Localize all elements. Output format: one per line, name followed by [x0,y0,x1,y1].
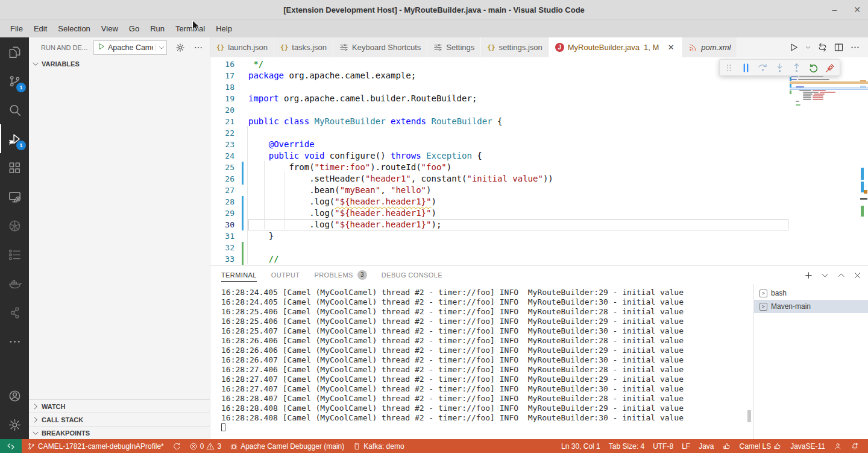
launch-configuration-value[interactable]: Apache Came [108,43,153,52]
activity-remote-explorer[interactable] [0,182,29,211]
breakpoint-margin[interactable] [210,242,215,253]
status-sync-changes[interactable] [168,439,185,453]
gripper-button[interactable] [723,62,735,74]
code-line-21[interactable]: 21public class MyRouteBuilder extends Ro… [210,116,788,127]
section-breakpoints[interactable]: BREAKPOINTS [29,426,210,439]
panel-tab-terminal[interactable]: TERMINAL [221,266,257,284]
status-camel-ls-status[interactable]: Camel LS [735,439,787,453]
menu-edit[interactable]: Edit [28,20,52,37]
breakpoint-margin[interactable] [210,162,215,173]
status-java-runtime[interactable]: JavaSE-11 [786,439,829,453]
code-line-20[interactable]: 20 [210,104,788,116]
disconnect-button[interactable] [825,62,836,74]
breakpoint-margin[interactable] [210,104,215,116]
tab-settings[interactable]: Settings [427,37,481,57]
activity-test-explorer[interactable] [0,240,29,269]
breakpoint-margin[interactable] [210,93,215,104]
code-line-23[interactable]: 23 @Override [210,139,788,150]
breakpoint-margin[interactable] [210,196,215,207]
code-line-17[interactable]: 17package org.apache.camel.example; [210,70,788,81]
breakpoint-margin[interactable] [210,185,215,196]
status-cursor-position[interactable]: Ln 30, Col 1 [557,439,605,453]
breakpoint-margin[interactable] [210,139,215,150]
breakpoint-margin[interactable] [210,127,215,139]
code-line-28[interactable]: 28 .log("${header.header1}") [210,196,788,207]
panel-tab-output[interactable]: OUTPUT [271,266,300,284]
code-line-26[interactable]: 26 .setHeader("header1", constant("initi… [210,173,788,185]
status-camel-debugger[interactable]: Apache Camel Debugger (main) [225,439,348,453]
code-line-29[interactable]: 29 .log("${header.header1}") [210,207,788,219]
tab-tasks-json[interactable]: {}tasks.json [274,37,333,57]
activity-search[interactable] [0,95,29,124]
tab-launch-json[interactable]: {}launch.json [210,37,274,57]
more-actions-icon[interactable] [193,43,203,52]
breakpoint-margin[interactable] [210,59,215,70]
code-line-33[interactable]: 33 // [210,253,788,265]
step-out-button[interactable] [791,62,802,74]
breakpoint-margin[interactable] [210,81,215,93]
status-java-status[interactable] [719,439,735,453]
menu-file[interactable]: File [5,20,28,37]
section-variables[interactable]: VARIABLES [29,57,210,71]
activity-kafka[interactable] [0,298,29,327]
panel-tab-debug-console[interactable]: DEBUG CONSOLE [382,266,442,284]
code-line-25[interactable]: 25 from("timer:foo").routeId("foo") [210,162,788,173]
activity-additional-views[interactable] [0,327,29,356]
code-line-32[interactable]: 32 [210,242,788,253]
code-line-18[interactable]: 18 [210,81,788,93]
code-line-19[interactable]: 19import org.apache.camel.builder.RouteB… [210,93,788,104]
terminal-output[interactable]: 16:28:24.405 [Camel (MyCoolCamel) thread… [210,284,753,439]
menu-run[interactable]: Run [145,20,170,37]
breakpoint-margin[interactable] [210,253,215,265]
status-eol[interactable]: LF [678,439,694,453]
code-line-30[interactable]: 30 .log("${header.header1}"); [210,219,788,230]
close-panel-button[interactable] [853,271,862,280]
close-button[interactable]: ✕ [854,5,861,14]
synchronize-changes-button[interactable] [816,40,829,54]
activity-explorer[interactable] [0,37,29,66]
status-indentation[interactable]: Tab Size: 4 [605,439,649,453]
split-editor-button[interactable] [832,40,846,54]
run-dropdown-button[interactable] [803,42,813,52]
new-terminal-button[interactable] [804,271,813,280]
status-remote-indicator[interactable] [0,439,22,453]
activity-accounts[interactable] [0,381,29,410]
pause-button[interactable] [740,62,752,74]
tab-myroutebuilder-java[interactable]: JMyRouteBuilder.java1, M✕ [549,37,683,57]
activity-extensions[interactable] [0,153,29,182]
status-notifications[interactable] [846,439,863,453]
breakpoint-margin[interactable] [210,219,215,230]
restart-button[interactable] [808,62,819,74]
menu-help[interactable]: Help [210,20,237,37]
terminal-maven-main[interactable]: >Maven-main [754,300,868,313]
step-over-button[interactable] [757,62,769,74]
menu-view[interactable]: View [96,20,124,37]
breakpoint-margin[interactable] [210,70,215,81]
breakpoint-margin[interactable] [210,116,215,127]
chevron-down-icon[interactable] [156,44,165,51]
section-watch[interactable]: WATCH [29,399,210,413]
menu-selection[interactable]: Selection [52,20,95,37]
code-editor[interactable]: 16 */17package org.apache.camel.example;… [210,57,868,265]
code-line-22[interactable]: 22 [210,127,788,139]
activity-manage[interactable] [0,410,29,439]
start-debug-icon[interactable] [97,42,105,53]
step-into-button[interactable] [774,62,785,74]
status-git-branch[interactable]: CAMEL-17821-camel-debugInAProfile* [23,439,168,453]
status-problems-summary[interactable]: 03 [185,439,225,453]
activity-run-and-debug[interactable]: 1 [0,124,29,153]
close-icon[interactable]: ✕ [666,43,676,52]
launch-configuration-picker[interactable]: Apache Came [93,40,167,55]
terminal-dropdown-button[interactable] [820,271,829,280]
maximize-panel-button[interactable] [837,271,846,280]
status-language-mode[interactable]: Java [694,439,718,453]
code-line-31[interactable]: 31 } [210,230,788,242]
activity-kubernetes[interactable] [0,211,29,240]
tab-settings-json[interactable]: {}settings.json [481,37,549,57]
code-line-16[interactable]: 16 */ [210,59,788,70]
status-feedback[interactable] [829,439,846,453]
breakpoint-margin[interactable] [210,173,215,185]
menu-go[interactable]: Go [124,20,145,37]
status-encoding[interactable]: UTF-8 [649,439,678,453]
panel-tab-problems[interactable]: PROBLEMS3 [314,266,366,284]
